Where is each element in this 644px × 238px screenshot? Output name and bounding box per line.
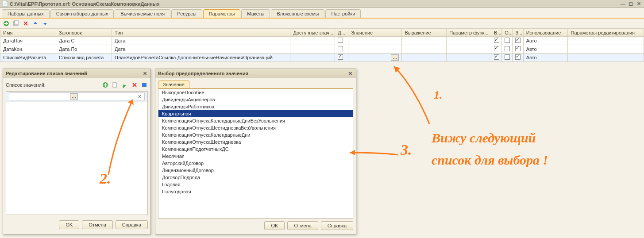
dlg2-list-item[interactable]: КомпенсацияОтпускаКалендарныеДниБезУволь… [158,117,353,124]
dlg2-list-item[interactable]: Годовая [158,181,353,188]
move-up-icon[interactable] [32,20,39,27]
table-row[interactable]: СписокВидРасчетаСписок вид расчетаПланВи… [0,54,644,62]
cell-v[interactable] [491,37,502,45]
col-d[interactable]: Д... [335,29,348,37]
tab-calc[interactable]: Вычисляемые поля [115,9,170,18]
dlg2-help-button[interactable]: Справка [321,221,353,230]
dlg1-edit-icon[interactable] [121,81,128,88]
dlg2-list-item[interactable]: Полугодовая [158,188,353,195]
dlg1-ok-button[interactable]: OK [59,220,79,229]
dlg2-list-item[interactable]: КомпенсацияОтпускаШестидневка [158,138,353,146]
cell-z[interactable] [513,37,523,45]
dlg2-list[interactable]: ВыходноеПособиеДивидендыАкционеровДивиде… [158,88,353,219]
cell-value[interactable]: … [348,54,402,62]
cell-value[interactable] [348,37,402,45]
dialog2-close-icon[interactable]: ✕ [347,70,353,77]
tab-resources[interactable]: Ресурсы [171,9,202,18]
dlg1-input-row[interactable]: … ✕ [6,92,147,102]
cell-o[interactable] [502,45,513,54]
checkbox-z[interactable] [515,38,521,43]
dlg1-listbox[interactable]: … ✕ [6,91,148,215]
dlg2-tab-value[interactable]: Значение [158,81,189,88]
cell-pfunc[interactable] [447,45,491,54]
checkbox-v[interactable] [494,38,499,43]
col-edit[interactable]: Параметры редактирования [568,29,644,37]
cell-d[interactable] [335,37,348,45]
dlg2-list-item[interactable]: КомпенсацияОтпускаШестидневкаБезУвольнен… [158,124,353,131]
col-avail[interactable]: Доступные знач... [290,29,335,37]
dialog1-close-icon[interactable]: ✕ [142,70,148,77]
cell-type[interactable]: Дата [112,37,290,45]
checkbox-d[interactable] [338,46,343,51]
table-row[interactable]: ДатаКонДата ПоДатаАвто [0,45,644,54]
cell-name[interactable]: СписокВидРасчета [0,54,56,62]
delete-icon[interactable] [22,20,29,27]
cell-header[interactable]: Дата С [56,37,112,45]
checkbox-o[interactable] [505,46,510,51]
checkbox-o[interactable] [505,38,510,43]
copy-icon[interactable] [12,20,19,27]
cell-o[interactable] [502,54,513,62]
tab-relations[interactable]: Связи наборов данных [50,9,114,18]
dlg1-help-button[interactable]: Справка [116,220,148,229]
tab-settings[interactable]: Настройки [325,9,361,18]
cell-edit[interactable] [568,54,644,62]
dlg1-add-icon[interactable] [102,81,109,88]
cell-type[interactable]: ПланВидовРасчетаСсылка.ДополнительныеНач… [112,54,290,62]
cell-o[interactable] [502,37,513,45]
cell-expr[interactable] [402,45,447,54]
cell-pfunc[interactable] [447,54,491,62]
checkbox-v[interactable] [494,46,499,51]
dlg1-ellipsis-button[interactable]: … [70,93,78,100]
cell-v[interactable] [491,45,502,54]
dlg1-value-input[interactable]: … ✕ [9,92,145,100]
checkbox-d[interactable] [338,38,343,43]
cell-value[interactable] [348,45,402,54]
table-row[interactable]: ДатаНачДата СДатаАвто [0,37,644,45]
dlg2-list-item[interactable]: ДивидендыАкционеров [158,96,353,103]
cell-avail[interactable] [290,54,335,62]
cell-name[interactable]: ДатаКон [0,45,56,54]
minimize-button[interactable]: — [619,1,626,7]
col-pfunc[interactable]: Параметр функ... [447,29,491,37]
tab-datasets[interactable]: Наборы данных [2,9,50,18]
cell-z[interactable] [513,45,523,54]
cell-pfunc[interactable] [447,37,491,45]
tab-layouts[interactable]: Макеты [241,9,270,18]
cell-use[interactable]: Авто [523,45,568,54]
dlg2-list-item[interactable]: КомпенсацияПодотчетныхДС [158,146,353,153]
cell-edit[interactable] [568,45,644,54]
dlg2-list-item[interactable]: ДоговорПодряда [158,174,353,181]
dlg1-copy-icon[interactable] [112,81,119,88]
dlg2-list-item[interactable]: АвторскийДоговор [158,160,353,167]
dlg2-list-item[interactable]: ДивидендыРаботников [158,103,353,110]
close-button[interactable]: ✕ [635,1,642,7]
move-down-icon[interactable] [42,20,49,27]
cell-header[interactable]: Дата По [56,45,112,54]
cell-type[interactable]: Дата [112,45,290,54]
value-ellipsis-button[interactable]: … [391,54,399,61]
col-expr[interactable]: Выражение [402,29,447,37]
dlg2-ok-button[interactable]: OK [264,221,285,230]
dlg2-cancel-button[interactable]: Отмена [287,221,318,230]
cell-expr[interactable] [402,37,447,45]
col-use[interactable]: Использование [523,29,568,37]
cell-v[interactable] [491,54,502,62]
col-value[interactable]: Значение [348,29,402,37]
dlg1-delete-icon[interactable] [131,81,138,88]
checkbox-z[interactable] [515,54,521,60]
col-o[interactable]: О... [502,29,513,37]
tab-nested[interactable]: Вложенные схемы [271,9,324,18]
dlg2-list-item[interactable]: ВыходноеПособие [158,89,353,96]
checkbox-d[interactable] [338,54,343,60]
cell-edit[interactable] [568,37,644,45]
cell-header[interactable]: Список вид расчета [56,54,112,62]
cell-d[interactable] [335,54,348,62]
cell-use[interactable]: Авто [523,37,568,45]
dlg2-list-item[interactable]: Месячная [158,153,353,160]
col-type[interactable]: Тип [112,29,290,37]
cell-avail[interactable] [290,45,335,54]
maximize-button[interactable]: ◻ [627,1,634,7]
col-v[interactable]: В... [491,29,502,37]
dlg1-clear-icon[interactable]: ✕ [137,94,143,100]
